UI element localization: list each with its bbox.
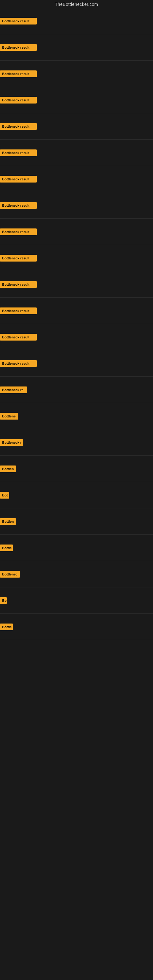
bottleneck-badge: Bottleneck result [0, 202, 37, 209]
bottleneck-badge: Bottleneck result [0, 123, 37, 130]
bottleneck-badge: Bottleneck re [0, 387, 27, 393]
bottleneck-row: Bottleneck result [0, 8, 153, 34]
bottleneck-row: Bottlenec [0, 561, 153, 587]
bottleneck-row: Bottleneck result [0, 298, 153, 324]
bottleneck-badge: Bottleneck result [0, 281, 37, 288]
bottleneck-badge: Bottlene [0, 413, 18, 420]
bottleneck-row: Bottleneck result [0, 271, 153, 298]
bottleneck-row: Bottleneck result [0, 324, 153, 350]
bottleneck-badge: Bottle [0, 624, 13, 630]
bottleneck-row: Bottleneck result [0, 219, 153, 245]
site-title: TheBottlenecker.com [0, 0, 153, 8]
bottleneck-row: Bottlen [0, 456, 153, 482]
bottleneck-badge: Bottleneck result [0, 70, 37, 77]
bottleneck-row: Bottleneck result [0, 350, 153, 377]
bottleneck-badge: Bottleneck result [0, 360, 37, 367]
bottleneck-row: Bottlen [0, 508, 153, 535]
bottleneck-badge: Bottleneck result [0, 334, 37, 340]
bottleneck-row: Bottleneck result [0, 192, 153, 219]
bottleneck-badge: Bottleneck result [0, 255, 37, 261]
bottleneck-badge: Bottleneck result [0, 176, 37, 183]
bottleneck-badge: Bottleneck result [0, 97, 37, 103]
bottleneck-row: Bottle [0, 614, 153, 640]
bottleneck-row: Bottle [0, 535, 153, 561]
bottleneck-row: Bottleneck r [0, 430, 153, 456]
bottleneck-row: Bottleneck result [0, 34, 153, 60]
bottleneck-badge: Bottlen [0, 518, 16, 525]
bottleneck-badge: Bo [0, 597, 7, 604]
bottleneck-row: Bot [0, 482, 153, 508]
bottleneck-row: Bo [0, 587, 153, 614]
bottleneck-badge: Bottlenec [0, 571, 20, 578]
page-container: TheBottlenecker.com Bottleneck resultBot… [0, 0, 153, 980]
bottleneck-row: Bottleneck result [0, 87, 153, 113]
bottleneck-row: Bottleneck result [0, 166, 153, 192]
bottleneck-row: Bottleneck result [0, 245, 153, 271]
bottleneck-badge: Bottleneck result [0, 150, 37, 156]
bottleneck-badge: Bottleneck result [0, 229, 37, 235]
bottleneck-row: Bottleneck result [0, 113, 153, 140]
bottleneck-badge: Bottleneck result [0, 44, 37, 51]
bottleneck-badge: Bottleneck result [0, 18, 37, 24]
bottleneck-badge: Bottlen [0, 466, 16, 472]
bottleneck-row: Bottleneck re [0, 377, 153, 403]
bottleneck-row: Bottlene [0, 403, 153, 430]
bottleneck-badge: Bot [0, 492, 9, 499]
bottleneck-row: Bottleneck result [0, 140, 153, 166]
bottleneck-badge: Bottleneck r [0, 439, 23, 446]
bottleneck-badge: Bottleneck result [0, 307, 37, 314]
bottleneck-badge: Bottle [0, 544, 13, 551]
bottleneck-row: Bottleneck result [0, 60, 153, 87]
